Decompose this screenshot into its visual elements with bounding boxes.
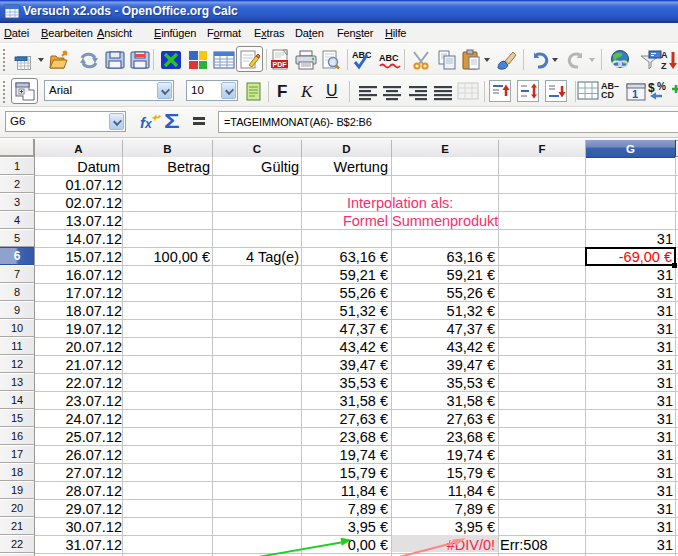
svg-text:1: 1 bbox=[632, 88, 638, 100]
svg-text:ABC: ABC bbox=[352, 50, 372, 60]
svg-text:ABC: ABC bbox=[379, 53, 399, 63]
svg-text:A: A bbox=[661, 50, 668, 60]
svg-text:PDF: PDF bbox=[273, 61, 288, 68]
svg-text:Z: Z bbox=[661, 61, 667, 71]
svg-text:%: % bbox=[657, 81, 666, 92]
svg-text:$: $ bbox=[648, 81, 655, 95]
